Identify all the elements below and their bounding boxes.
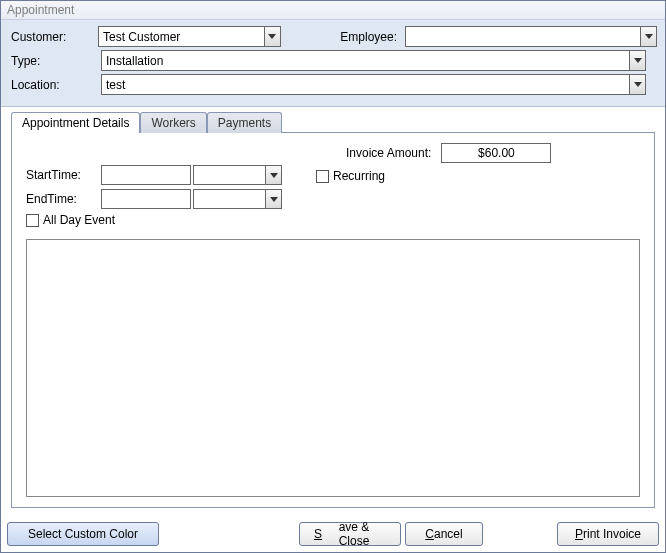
employee-label: Employee: [318, 30, 405, 44]
chevron-down-icon [270, 197, 278, 202]
cancel-button[interactable]: Cancel [405, 522, 483, 546]
chevron-down-icon [268, 34, 276, 39]
notes-textarea[interactable] [26, 239, 640, 497]
window-title: Appointment [1, 1, 665, 20]
end-time-input[interactable] [193, 189, 265, 209]
type-combo[interactable] [101, 50, 646, 71]
select-custom-color-button[interactable]: Select Custom Color [7, 522, 159, 546]
end-date-input[interactable] [101, 189, 191, 209]
recurring-checkbox[interactable] [316, 170, 329, 183]
location-combo[interactable] [101, 74, 646, 95]
start-date-input[interactable] [101, 165, 191, 185]
tab-strip: Appointment Details Workers Payments [1, 111, 665, 132]
type-dropdown-btn[interactable] [629, 50, 646, 71]
location-input[interactable] [101, 74, 629, 95]
save-close-button[interactable]: Save & Close [299, 522, 401, 546]
all-day-label: All Day Event [43, 213, 115, 227]
all-day-checkbox[interactable] [26, 214, 39, 227]
employee-input[interactable] [405, 26, 640, 47]
chevron-down-icon [634, 82, 642, 87]
start-time-input[interactable] [193, 165, 265, 185]
end-time-combo[interactable] [193, 189, 282, 209]
end-time-label: EndTime: [26, 192, 101, 206]
type-label: Type: [9, 54, 101, 68]
start-time-label: StartTime: [26, 168, 101, 182]
invoice-amount-value[interactable]: $60.00 [441, 143, 551, 163]
customer-input[interactable] [98, 26, 264, 47]
location-dropdown-btn[interactable] [629, 74, 646, 95]
employee-dropdown-btn[interactable] [640, 26, 657, 47]
end-time-dropdown-btn[interactable] [265, 189, 282, 209]
customer-label: Customer: [9, 30, 98, 44]
location-label: Location: [9, 78, 101, 92]
invoice-amount-label: Invoice Amount: [346, 146, 431, 160]
chevron-down-icon [645, 34, 653, 39]
recurring-label: Recurring [333, 169, 385, 183]
customer-combo[interactable] [98, 26, 281, 47]
print-invoice-button[interactable]: Print Invoice [557, 522, 659, 546]
tab-panel-details: StartTime: EndTime: [11, 132, 655, 508]
tab-payments[interactable]: Payments [207, 112, 282, 133]
chevron-down-icon [634, 58, 642, 63]
chevron-down-icon [270, 173, 278, 178]
button-bar: Select Custom Color Save & Close Cancel … [1, 518, 665, 552]
type-input[interactable] [101, 50, 629, 71]
tab-appointment-details[interactable]: Appointment Details [11, 112, 140, 133]
employee-combo[interactable] [405, 26, 657, 47]
tab-workers[interactable]: Workers [140, 112, 206, 133]
customer-dropdown-btn[interactable] [264, 26, 281, 47]
header-form: Customer: Employee: Type: [1, 20, 665, 107]
start-time-dropdown-btn[interactable] [265, 165, 282, 185]
start-time-combo[interactable] [193, 165, 282, 185]
